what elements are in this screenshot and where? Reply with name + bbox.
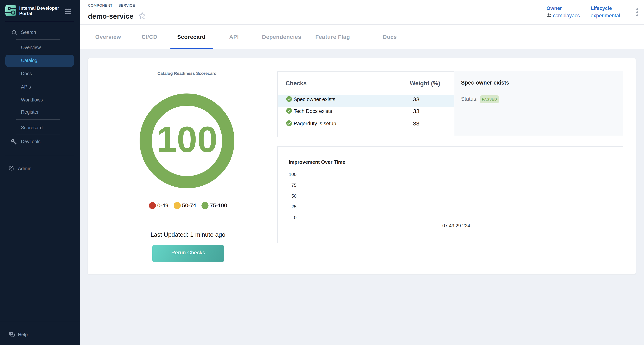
svg-text:?: ? [10, 332, 12, 335]
